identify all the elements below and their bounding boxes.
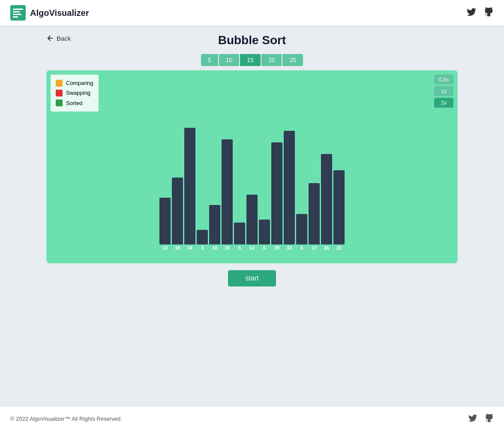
size-btn-20[interactable]: 20: [261, 54, 282, 66]
twitter-footer-icon: [468, 413, 477, 423]
footer: © 2022 AlgoVisualizer™ All Rights Reserv…: [0, 406, 504, 431]
bar: [296, 214, 307, 244]
visualizer-wrapper: Comparing Swapping Sorted 0.5x1x2x 13193…: [46, 70, 458, 263]
bar-wrapper: 34: [184, 128, 195, 250]
bar-wrapper: 21: [333, 170, 345, 250]
bar: [159, 198, 171, 244]
back-button[interactable]: Back: [46, 34, 71, 42]
github-header-link[interactable]: [483, 7, 494, 19]
bar-wrapper: 5: [234, 223, 245, 250]
bar-wrapper: 6: [259, 220, 270, 250]
main-content: Back Bubble Sort 510152025 Comparing Swa…: [0, 26, 504, 406]
size-btn-25[interactable]: 25: [282, 54, 303, 66]
header: AlgoVisualizer: [0, 0, 504, 26]
bar-label: 26: [324, 245, 329, 250]
speed-btn-2x[interactable]: 2x: [434, 98, 453, 108]
svg-rect-1: [13, 9, 23, 10]
legend-item-comparing: Comparing: [56, 78, 93, 88]
bar-wrapper: 26: [321, 154, 332, 250]
bar-wrapper: 17: [309, 183, 320, 250]
bar-label: 3: [201, 245, 204, 250]
legend-item-swapping: Swapping: [56, 88, 93, 98]
bar-label: 17: [312, 245, 317, 250]
bar-label: 29: [274, 245, 279, 250]
size-btn-5[interactable]: 5: [201, 54, 218, 66]
svg-rect-3: [13, 14, 21, 15]
bar-label: 10: [212, 245, 217, 250]
header-icons: [466, 7, 494, 19]
bar-wrapper: 8: [296, 214, 307, 250]
legend-dot: [56, 90, 63, 96]
bar-label: 21: [336, 245, 342, 250]
bar: [172, 178, 183, 244]
app-name: AlgoVisualizer: [30, 8, 89, 18]
github-footer-link[interactable]: [484, 413, 494, 424]
twitter-icon: [466, 7, 477, 17]
bar: [321, 154, 332, 244]
bar-label: 33: [287, 245, 292, 250]
speed-controls: 0.5x1x2x: [434, 75, 453, 108]
bar-wrapper: 3: [197, 230, 208, 250]
bar-wrapper: 14: [246, 195, 258, 250]
size-selector: 510152025: [46, 54, 458, 66]
bar-wrapper: 30: [222, 139, 233, 250]
bar-label: 19: [175, 245, 180, 250]
bar-wrapper: 33: [284, 131, 295, 250]
speed-btn-1x[interactable]: 1x: [434, 86, 453, 96]
legend-label: Comparing: [66, 78, 93, 88]
twitter-footer-link[interactable]: [468, 413, 477, 424]
logo-icon: [10, 5, 26, 21]
github-footer-icon: [484, 413, 494, 423]
copyright: © 2022 AlgoVisualizer™ All Rights Reserv…: [10, 416, 122, 422]
bar: [259, 220, 270, 244]
svg-rect-2: [13, 11, 20, 12]
bar: [234, 223, 245, 244]
footer-icons: [468, 413, 494, 424]
bar: [271, 142, 282, 244]
svg-rect-4: [13, 16, 18, 18]
bar-wrapper: 19: [172, 178, 183, 250]
bar-wrapper: 13: [159, 198, 171, 250]
svg-rect-0: [10, 5, 26, 21]
bar-wrapper: 29: [271, 142, 282, 250]
size-btn-10[interactable]: 10: [219, 54, 240, 66]
speed-btn-05x[interactable]: 0.5x: [434, 75, 453, 84]
bar-label: 30: [225, 245, 230, 250]
bar: [184, 128, 195, 244]
legend-label: Sorted: [66, 98, 82, 108]
size-btn-15[interactable]: 15: [240, 54, 261, 66]
bar: [284, 131, 295, 244]
bars-container: 13193431030514629338172621: [63, 79, 441, 250]
legend-dot: [56, 99, 63, 106]
bar: [246, 195, 258, 244]
github-icon: [483, 7, 494, 17]
bar-wrapper: 10: [209, 205, 220, 250]
visualizer-area: Comparing Swapping Sorted 0.5x1x2x 13193…: [46, 70, 458, 263]
bar: [222, 139, 233, 244]
start-button[interactable]: start: [228, 270, 276, 286]
bar: [333, 170, 345, 244]
legend-label: Swapping: [66, 88, 90, 98]
bar: [209, 205, 220, 244]
back-label: Back: [57, 35, 71, 42]
arrow-left-icon: [46, 34, 54, 42]
legend-dot: [56, 80, 63, 87]
bar-label: 8: [300, 245, 303, 250]
bar-label: 5: [238, 245, 241, 250]
bar: [309, 183, 320, 244]
page-title: Bubble Sort: [46, 33, 458, 47]
bar-label: 14: [249, 245, 255, 250]
bar-label: 34: [187, 245, 192, 250]
legend-item-sorted: Sorted: [56, 98, 93, 108]
page-container: Back Bubble Sort 510152025 Comparing Swa…: [38, 34, 466, 286]
bar-label: 6: [263, 245, 266, 250]
bar: [197, 230, 208, 244]
bar-label: 13: [162, 245, 168, 250]
legend: Comparing Swapping Sorted: [51, 75, 99, 112]
twitter-header-link[interactable]: [466, 7, 477, 19]
logo: AlgoVisualizer: [10, 5, 89, 21]
